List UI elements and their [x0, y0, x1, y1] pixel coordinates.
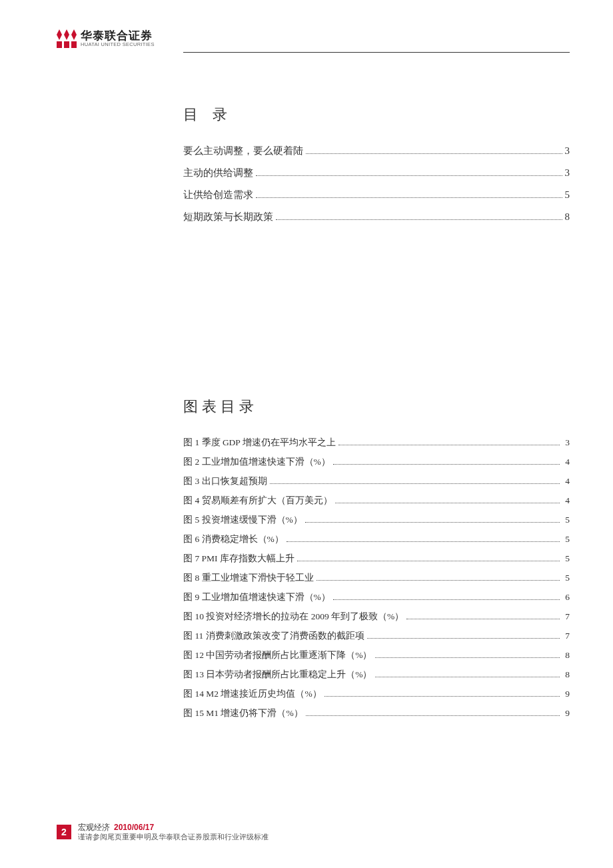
- figtoc-entry-page: 8: [562, 669, 570, 680]
- toc-entry-page: 3: [565, 145, 570, 157]
- figtoc-entry: 图 6 消费稳定增长（%）5: [183, 533, 570, 545]
- figtoc-entry-page: 5: [562, 573, 570, 583]
- figtoc-entry: 图 2 工业增加值增速快速下滑（%）4: [183, 456, 570, 468]
- toc-heading: 目 录: [183, 105, 570, 125]
- toc-entry-label: 让供给创造需求: [183, 189, 253, 201]
- figtoc-entry-page: 3: [562, 437, 570, 448]
- toc-leader-dots: [406, 619, 560, 619]
- figtoc-entry-label: 图 4 贸易顺差有所扩大（百万美元）: [183, 495, 332, 507]
- figtoc-entry: 图 13 日本劳动者报酬所占比重稳定上升（%）8: [183, 669, 570, 681]
- toc-entry-page: 5: [565, 189, 570, 201]
- svg-rect-2: [71, 41, 77, 48]
- svg-marker-6: [57, 35, 62, 40]
- figtoc-entry-page: 7: [562, 631, 570, 641]
- figtoc-entry: 图 8 重工业增速下滑快于轻工业5: [183, 572, 570, 584]
- toc-leader-dots: [375, 677, 560, 677]
- toc-entry: 要么主动调整，要么硬着陆 3: [183, 145, 570, 157]
- header: 华泰联合证券 HUATAI UNITED SECURITIES: [57, 27, 570, 51]
- toc-leader-dots: [276, 219, 562, 220]
- toc-leader-dots: [256, 175, 562, 176]
- toc-leader-dots: [305, 522, 560, 523]
- toc-figures: 图 1 季度 GDP 增速仍在平均水平之上3 图 2 工业增加值增速快速下滑（%…: [183, 437, 570, 719]
- footer: 2 宏观经济 2010/06/17 谨请参阅尾页重要申明及华泰联合证券股票和行业…: [57, 823, 269, 841]
- logo-en: HUATAI UNITED SECURITIES: [81, 42, 155, 47]
- toc-entry-page: 8: [565, 211, 570, 223]
- toc-leader-dots: [338, 445, 560, 445]
- figtoc-entry: 图 7 PMI 库存指数大幅上升5: [183, 553, 570, 565]
- footer-disclaimer: 谨请参阅尾页重要申明及华泰联合证券股票和行业评级标准: [78, 833, 269, 841]
- footer-category: 宏观经济: [78, 823, 110, 832]
- svg-rect-1: [64, 41, 69, 48]
- svg-marker-8: [71, 35, 77, 40]
- figtoc-entry-page: 5: [562, 553, 570, 564]
- footer-text: 宏观经济 2010/06/17 谨请参阅尾页重要申明及华泰联合证券股票和行业评级…: [78, 823, 269, 841]
- figtoc-entry: 图 3 出口恢复超预期4: [183, 475, 570, 487]
- toc-leader-dots: [367, 638, 560, 639]
- logo-text: 华泰联合证券 HUATAI UNITED SECURITIES: [81, 30, 155, 48]
- figtoc-entry-label: 图 3 出口恢复超预期: [183, 475, 267, 487]
- svg-marker-5: [71, 29, 77, 35]
- figtoc-entry: 图 15 M1 增速仍将下滑（%）9: [183, 707, 570, 719]
- header-divider: [183, 52, 570, 53]
- figtoc-entry-page: 5: [562, 515, 570, 525]
- footer-date: 2010/06/17: [114, 823, 154, 832]
- content-area: 目 录 要么主动调整，要么硬着陆 3 主动的供给调整 3 让供给创造需求 5 短…: [183, 105, 570, 719]
- toc-leader-dots: [270, 483, 560, 484]
- figtoc-entry-label: 图 8 重工业增速下滑快于轻工业: [183, 572, 314, 584]
- toc-entry-page: 3: [565, 167, 570, 179]
- figtoc-entry-label: 图 5 投资增速缓慢下滑（%）: [183, 514, 303, 526]
- figtoc-entry-page: 7: [562, 611, 570, 622]
- toc-leader-dots: [287, 541, 560, 542]
- figtoc-entry-label: 图 11 消费刺激政策改变了消费函数的截距项: [183, 630, 364, 642]
- brand-logo: 华泰联合证券 HUATAI UNITED SECURITIES: [57, 29, 155, 48]
- toc-leader-dots: [297, 561, 560, 561]
- toc-leader-dots: [333, 599, 560, 600]
- toc-main: 要么主动调整，要么硬着陆 3 主动的供给调整 3 让供给创造需求 5 短期政策与…: [183, 145, 570, 223]
- figtoc-entry-label: 图 15 M1 增速仍将下滑（%）: [183, 707, 303, 719]
- toc-leader-dots: [335, 503, 560, 503]
- toc-leader-dots: [256, 197, 562, 198]
- figtoc-entry-page: 6: [562, 592, 570, 603]
- figtoc-entry-page: 4: [562, 495, 570, 506]
- footer-line1: 宏观经济 2010/06/17: [78, 823, 269, 833]
- toc-entry: 主动的供给调整 3: [183, 167, 570, 179]
- figtoc-entry-label: 图 10 投资对经济增长的拉动在 2009 年到了极致（%）: [183, 611, 404, 623]
- figtoc-entry-label: 图 6 消费稳定增长（%）: [183, 533, 284, 545]
- toc-entry-label: 短期政策与长期政策: [183, 211, 273, 223]
- toc-entry: 短期政策与长期政策 8: [183, 211, 570, 223]
- svg-marker-7: [64, 35, 69, 40]
- figtoc-entry-label: 图 12 中国劳动者报酬所占比重逐渐下降（%）: [183, 649, 372, 661]
- figtoc-entry-page: 4: [562, 457, 570, 467]
- figtoc-entry: 图 14 M2 增速接近历史均值（%）9: [183, 688, 570, 700]
- page-container: 华泰联合证券 HUATAI UNITED SECURITIES 目 录 要么主动…: [0, 0, 613, 868]
- toc-entry-label: 主动的供给调整: [183, 167, 253, 179]
- figtoc-entry: 图 5 投资增速缓慢下滑（%）5: [183, 514, 570, 526]
- figtoc-entry-label: 图 2 工业增加值增速快速下滑（%）: [183, 456, 330, 468]
- figtoc-entry: 图 9 工业增加值增速快速下滑（%）6: [183, 591, 570, 603]
- svg-marker-4: [64, 29, 69, 35]
- toc-leader-dots: [306, 715, 560, 716]
- svg-rect-0: [57, 41, 62, 48]
- figtoc-entry-label: 图 14 M2 增速接近历史均值（%）: [183, 688, 322, 700]
- figtoc-entry: 图 12 中国劳动者报酬所占比重逐渐下降（%）8: [183, 649, 570, 661]
- figtoc-entry-page: 5: [562, 534, 570, 545]
- figtoc-entry-page: 4: [562, 476, 570, 487]
- toc-leader-dots: [324, 696, 560, 697]
- figtoc-entry: 图 1 季度 GDP 增速仍在平均水平之上3: [183, 437, 570, 449]
- logo-cn: 华泰联合证券: [81, 30, 155, 43]
- figtoc-entry-label: 图 7 PMI 库存指数大幅上升: [183, 553, 295, 565]
- toc-entry: 让供给创造需求 5: [183, 189, 570, 201]
- figtoc-entry-page: 9: [562, 708, 570, 719]
- figtoc-heading: 图表目录: [183, 397, 570, 417]
- toc-leader-dots: [306, 153, 562, 154]
- toc-entry-label: 要么主动调整，要么硬着陆: [183, 145, 303, 157]
- figtoc-entry-page: 8: [562, 650, 570, 661]
- figtoc-entry: 图 4 贸易顺差有所扩大（百万美元）4: [183, 495, 570, 507]
- figtoc-entry: 图 10 投资对经济增长的拉动在 2009 年到了极致（%）7: [183, 611, 570, 623]
- page-number: 2: [61, 827, 67, 837]
- toc-leader-dots: [375, 657, 560, 658]
- svg-marker-3: [57, 29, 62, 35]
- page-number-badge: 2: [57, 825, 71, 839]
- logo-icon: [57, 29, 77, 48]
- figtoc-entry-label: 图 13 日本劳动者报酬所占比重稳定上升（%）: [183, 669, 372, 681]
